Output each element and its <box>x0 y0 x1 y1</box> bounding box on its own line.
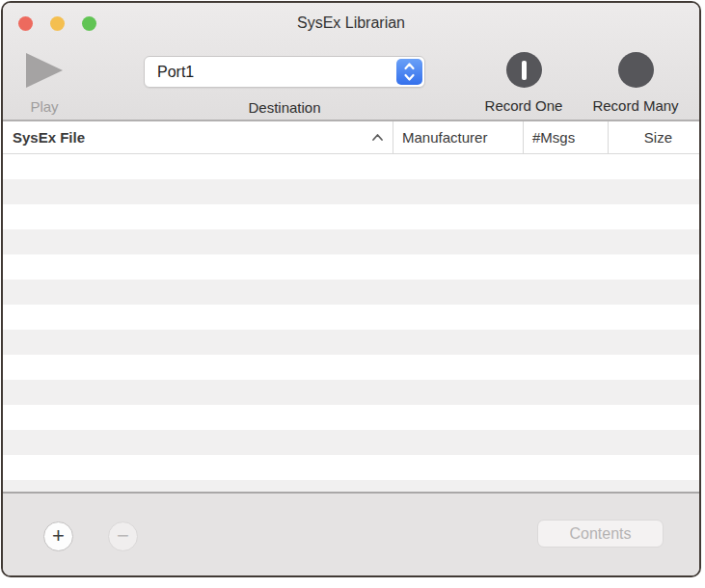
titlebar: SysEx Librarian <box>3 3 699 42</box>
record-one-icon <box>506 52 542 88</box>
play-icon <box>26 53 63 88</box>
column-header-msgs[interactable]: #Msgs <box>524 121 609 153</box>
contents-button[interactable]: Contents <box>537 520 664 548</box>
close-window-button[interactable] <box>18 16 33 31</box>
popup-chevrons-icon <box>403 62 416 82</box>
record-many-icon <box>618 52 654 88</box>
destination-label: Destination <box>144 99 425 116</box>
minus-icon: − <box>117 523 129 548</box>
column-header-manufacturer[interactable]: Manufacturer <box>393 121 524 153</box>
record-one-button[interactable]: Record One <box>473 52 575 114</box>
record-many-label: Record Many <box>578 97 693 114</box>
app-window: SysEx Librarian Play Port1 Destinat <box>1 1 701 577</box>
play-label: Play <box>16 98 72 115</box>
destination-group: Port1 Destination <box>144 56 425 116</box>
zoom-window-button[interactable] <box>82 16 96 31</box>
destination-popup[interactable]: Port1 <box>144 56 425 88</box>
minimize-window-button[interactable] <box>50 16 65 31</box>
column-header-size[interactable]: Size <box>609 121 699 153</box>
record-many-button[interactable]: Record Many <box>578 52 693 114</box>
table-body <box>3 154 699 492</box>
footer-bar: + − Contents <box>3 492 699 575</box>
record-one-label: Record One <box>473 97 575 114</box>
popup-stepper <box>396 59 422 85</box>
remove-button[interactable]: − <box>108 521 138 551</box>
table-header: SysEx File Manufacturer #Msgs Size <box>3 121 699 154</box>
toolbar: Play Port1 Destination <box>3 42 699 120</box>
window-title: SysEx Librarian <box>3 3 699 42</box>
column-header-sysex-file[interactable]: SysEx File <box>3 121 393 153</box>
destination-selected-value: Port1 <box>145 57 424 87</box>
sort-ascending-icon <box>371 133 384 142</box>
window-chrome: SysEx Librarian Play Port1 Destinat <box>3 3 699 121</box>
play-button[interactable]: Play <box>16 53 72 115</box>
add-button[interactable]: + <box>43 521 73 551</box>
plus-icon: + <box>52 523 65 548</box>
